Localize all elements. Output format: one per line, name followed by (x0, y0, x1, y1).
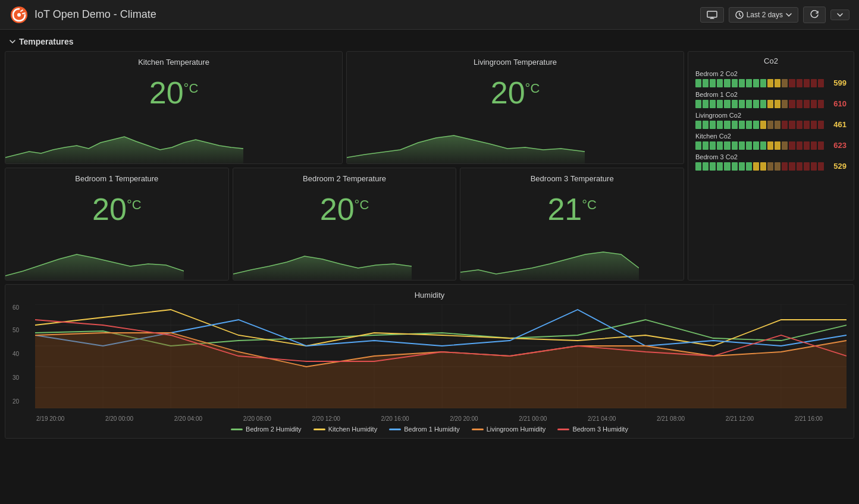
co2-segment (775, 162, 780, 171)
co2-segment (811, 141, 817, 150)
kitchen-temp-title: Kitchen Temperature (5, 52, 342, 67)
co2-segment (753, 79, 759, 87)
y-axis: 60 50 40 30 20 (12, 304, 35, 408)
co2-segment (782, 121, 788, 129)
co2-row: Livingroom Co2461 (695, 112, 847, 129)
co2-segment (767, 79, 773, 87)
co2-row-label: Livingroom Co2 (695, 112, 847, 119)
co2-segment (710, 121, 716, 129)
co2-segment (703, 121, 708, 129)
co2-title: Co2 (695, 56, 847, 65)
bedroom3-temp-sparkline (460, 241, 639, 280)
co2-row: Kitchen Co2623 (695, 133, 847, 150)
co2-segment (797, 121, 802, 129)
livingroom-temp-sparkline (347, 125, 585, 163)
bedroom2-temp-value: 20°C (233, 183, 456, 229)
clock-icon (735, 11, 744, 19)
co2-segment (782, 141, 788, 150)
legend-kitchen-humidity: Kitchen Humidity (313, 426, 378, 433)
co2-segment (760, 79, 766, 87)
co2-segment (760, 162, 766, 171)
bedroom1-temp-title: Bedroom 1 Temperature (5, 168, 228, 183)
time-range-button[interactable]: Last 2 days (729, 7, 798, 23)
co2-segment (767, 162, 773, 171)
co2-panel: Co2 Bedrom 2 Co2599Bedrom 1 Co2610Living… (688, 51, 854, 281)
monitor-button[interactable] (700, 7, 724, 23)
co2-rows: Bedrom 2 Co2599Bedrom 1 Co2610Livingroom… (695, 70, 847, 171)
co2-segment (724, 100, 730, 108)
co2-segment (717, 162, 723, 171)
co2-segment (724, 141, 730, 150)
co2-segment (695, 79, 701, 87)
co2-segment (753, 141, 759, 150)
co2-segment (818, 162, 824, 171)
co2-row: Bedrom 1 Co2610 (695, 91, 847, 108)
co2-segment (710, 100, 716, 108)
co2-segment (703, 79, 708, 87)
livingroom-temp-value: 20°C (347, 67, 684, 113)
co2-row-label: Bedrom 2 Co2 (695, 70, 847, 77)
livingroom-temp-title: Livingroom Temperature (347, 52, 684, 67)
co2-segment (789, 162, 795, 171)
chevron-down-icon-2 (837, 13, 843, 17)
x-axis: 2/19 20:00 2/20 00:00 2/20 04:00 2/20 08… (12, 414, 847, 422)
co2-segment (767, 121, 773, 129)
co2-segment (746, 79, 752, 87)
co2-segment (739, 162, 745, 171)
chart-legend: Bedrom 2 Humidity Kitchen Humidity Bedro… (12, 426, 847, 433)
collapse-icon (10, 40, 15, 43)
co2-segment (746, 100, 752, 108)
co2-row-value: 461 (827, 120, 847, 129)
co2-segment (732, 162, 738, 171)
bedroom3-temp-panel: Bedroom 3 Temperature 21°C (460, 168, 684, 281)
refresh-button[interactable] (803, 7, 826, 23)
legend-livingroom-humidity: Livingroom Humidity (472, 426, 546, 433)
co2-segment (775, 121, 780, 129)
temp-cols: Kitchen Temperature 20°C Livingroom Temp… (5, 51, 684, 281)
kitchen-temp-panel: Kitchen Temperature 20°C (5, 51, 343, 164)
co2-segment (811, 79, 817, 87)
co2-row-value: 529 (827, 162, 847, 171)
co2-row-label: Bedrom 3 Co2 (695, 153, 847, 160)
co2-segment (710, 79, 716, 87)
co2-bar (695, 121, 824, 129)
legend-bedroom1-humidity: Bedrom 1 Humidity (389, 426, 460, 433)
temp-row-2: Bedroom 1 Temperature 20°C Bedroom 2 Tem… (5, 168, 684, 281)
co2-row-value: 610 (827, 99, 847, 108)
co2-segment (717, 141, 723, 150)
kitchen-temp-sparkline (5, 125, 243, 163)
svg-rect-2 (707, 11, 717, 17)
co2-segment (789, 100, 795, 108)
co2-segment (703, 100, 708, 108)
co2-segment (811, 162, 817, 171)
co2-row-value: 623 (827, 141, 847, 150)
co2-segment (717, 121, 723, 129)
more-options-button[interactable] (830, 10, 849, 20)
bedroom1-temp-panel: Bedroom 1 Temperature 20°C (5, 168, 229, 281)
bedroom2-temp-title: Bedroom 2 Temperature (233, 168, 456, 183)
co2-segment (789, 79, 795, 87)
co2-segment (818, 121, 824, 129)
co2-segment (732, 141, 738, 150)
header: IoT Open Demo - Climate Last 2 days (0, 0, 859, 30)
humidity-title: Humidity (12, 291, 847, 300)
co2-segment (695, 162, 701, 171)
co2-row: Bedrom 2 Co2599 (695, 70, 847, 87)
co2-bar-container: 599 (695, 78, 847, 87)
co2-segment (797, 100, 802, 108)
monitor-icon (707, 11, 717, 19)
co2-segment (717, 79, 723, 87)
co2-segment (753, 162, 759, 171)
co2-segment (739, 121, 745, 129)
bedroom2-temp-panel: Bedroom 2 Temperature 20°C (233, 168, 457, 281)
co2-segment (724, 121, 730, 129)
co2-segment (760, 141, 766, 150)
co2-segment (804, 79, 810, 87)
svg-point-1 (17, 13, 21, 17)
co2-segment (775, 100, 780, 108)
co2-segment (760, 100, 766, 108)
co2-segment (811, 121, 817, 129)
co2-segment (782, 79, 788, 87)
temperatures-section-header[interactable]: Temperatures (0, 30, 859, 51)
bedroom3-temp-value: 21°C (460, 183, 684, 229)
